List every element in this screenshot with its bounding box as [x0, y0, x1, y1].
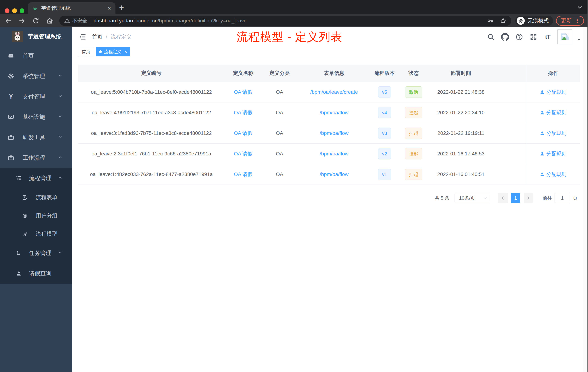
password-key-icon[interactable]: [487, 17, 494, 24]
browser-tab-bar: 芋道管理系统 × +: [0, 0, 588, 14]
definition-category: OA: [262, 82, 297, 102]
github-icon[interactable]: [501, 33, 509, 41]
new-tab-button[interactable]: +: [119, 3, 124, 12]
assign-rule-link[interactable]: 分配规则: [540, 130, 567, 137]
sidebar: 芋道管理系统 首页 系统管理 ¥ 支付管理: [0, 27, 72, 372]
assign-rule-link[interactable]: 分配规则: [540, 150, 567, 157]
form-link[interactable]: /bpm/oa/leave/create: [310, 89, 358, 95]
definition-name-link[interactable]: OA 请假: [234, 109, 252, 116]
table-header-row: 定义编号 定义名称 定义分类 表单信息 流程版本 状态 部署时间 操作: [78, 65, 580, 82]
assign-rule-link[interactable]: 分配规则: [540, 171, 567, 178]
tag-process-definition[interactable]: 流程定义 ×: [96, 47, 130, 56]
sidebar-item-label: 流程表单: [36, 194, 57, 201]
sidebar-item-process-form[interactable]: 流程表单: [0, 188, 72, 207]
sidebar-item-task-management[interactable]: 任务管理: [0, 243, 72, 263]
help-icon[interactable]: [515, 33, 524, 41]
sidebar-item-leave-query[interactable]: 请假查询: [0, 263, 72, 284]
definition-name-link[interactable]: OA 请假: [234, 150, 252, 157]
sidebar-item-label: 请假查询: [29, 270, 52, 277]
definition-category: OA: [262, 123, 297, 144]
app-logo-image: [12, 31, 23, 42]
bookmark-star-icon[interactable]: [500, 17, 506, 24]
form-link[interactable]: /bpm/oa/flow: [320, 171, 348, 177]
page-scrollbar[interactable]: [583, 27, 588, 372]
table-row: oa_leave:2:3c1f0ef1-76b1-11ec-9c66-a2380…: [78, 144, 580, 164]
window-zoom-button[interactable]: [20, 8, 24, 13]
font-size-icon[interactable]: tT: [543, 33, 552, 41]
sidebar-item-dev-tools[interactable]: 研发工具: [0, 127, 72, 148]
sidebar-item-payment[interactable]: ¥ 支付管理: [0, 87, 72, 107]
sidebar-logo: 芋道管理系统: [0, 27, 72, 46]
col-deploy-time: 部署时间: [429, 65, 493, 82]
security-warning-icon: [64, 18, 70, 24]
assign-rule-link[interactable]: 分配规则: [540, 109, 567, 116]
sidebar-item-label: 流程模型: [36, 230, 57, 238]
deploy-time: 2022-01-22 21:48:38: [429, 82, 493, 102]
sidebar-item-system[interactable]: 系统管理: [0, 66, 72, 87]
next-page-button[interactable]: [524, 193, 533, 203]
flow-nodes-icon: [15, 250, 22, 256]
col-spacer: [493, 65, 526, 82]
sidebar-toggle-icon[interactable]: [79, 33, 87, 41]
navbar: 首页 / 流程定义 流程模型 - 定义列表: [72, 27, 588, 46]
table-row: oa_leave:1:482ec033-762a-11ec-8477-a2380…: [78, 164, 580, 185]
url-bar[interactable]: 不安全 dashboard.yudao.iocoder.cn/bpm/manag…: [59, 16, 511, 26]
home-button[interactable]: [45, 17, 54, 25]
site-favicon-icon: [32, 5, 38, 11]
main-area: 首页 / 流程定义 流程模型 - 定义列表: [72, 27, 588, 372]
definition-name-link[interactable]: OA 请假: [234, 89, 252, 96]
security-label[interactable]: 不安全: [72, 17, 87, 24]
browser-menu-icon[interactable]: [575, 18, 580, 23]
col-definition-category: 定义分类: [262, 65, 297, 82]
breadcrumb-home[interactable]: 首页: [92, 33, 103, 41]
search-icon[interactable]: [487, 33, 495, 41]
form-link[interactable]: /bpm/oa/flow: [320, 110, 348, 116]
avatar[interactable]: [557, 30, 572, 44]
sidebar-item-label: 基础设施: [22, 113, 45, 121]
back-button[interactable]: [4, 17, 12, 25]
spacer-cell: [493, 144, 526, 164]
forward-button[interactable]: [18, 17, 26, 25]
window-minimize-button[interactable]: [12, 8, 17, 13]
sidebar-item-process-model[interactable]: 流程模型: [0, 225, 72, 243]
sidebar-item-infrastructure[interactable]: 基础设施: [0, 107, 72, 127]
form-link[interactable]: /bpm/oa/flow: [320, 151, 348, 157]
definition-name-link[interactable]: OA 请假: [234, 130, 252, 137]
sidebar-item-label: 支付管理: [22, 93, 45, 100]
person-icon: [15, 271, 22, 276]
gear-icon: [7, 73, 15, 79]
user-icon: [540, 110, 545, 115]
chevron-right-icon: [526, 196, 531, 201]
goto-page-input[interactable]: [555, 193, 570, 203]
tab-close-icon[interactable]: ×: [108, 5, 111, 11]
assign-rule-link[interactable]: 分配规则: [540, 89, 567, 96]
url-text[interactable]: dashboard.yudao.iocoder.cn/bpm/manager/d…: [94, 18, 483, 24]
browser-tab[interactable]: 芋道管理系统 ×: [28, 2, 116, 14]
deploy-time: 2022-01-16 17:46:53: [429, 144, 493, 164]
list-tree-icon: [15, 175, 22, 181]
col-process-version: 流程版本: [371, 65, 398, 82]
prev-page-button[interactable]: [498, 193, 508, 203]
reload-button[interactable]: [32, 17, 40, 25]
status-badge: 挂起: [405, 148, 422, 159]
tag-home[interactable]: 首页: [78, 47, 94, 56]
sidebar-item-process-management[interactable]: 流程管理: [0, 168, 72, 188]
assign-rule-label: 分配规则: [546, 109, 567, 116]
fullscreen-icon[interactable]: [529, 33, 538, 41]
sidebar-item-workflow[interactable]: 工作流程: [0, 148, 72, 168]
tag-close-icon[interactable]: ×: [124, 49, 127, 55]
sidebar-item-user-group[interactable]: 用户分组: [0, 207, 72, 225]
total-count: 共 5 条: [435, 195, 450, 201]
form-link[interactable]: /bpm/oa/flow: [320, 130, 348, 136]
window-close-button[interactable]: [5, 8, 10, 13]
sidebar-item-home[interactable]: 首页: [0, 46, 72, 66]
page-size-select[interactable]: 10条/页: [454, 193, 490, 203]
face-icon: [21, 213, 28, 219]
definition-name-link[interactable]: OA 请假: [234, 171, 252, 178]
incognito-badge: 无痕模式: [515, 16, 553, 26]
page-number-button[interactable]: 1: [511, 193, 520, 203]
col-definition-name: 定义名称: [225, 65, 262, 82]
avatar-dropdown-icon[interactable]: [577, 37, 581, 43]
tab-search-icon[interactable]: [576, 4, 583, 11]
browser-update-button[interactable]: 更新: [556, 16, 584, 26]
